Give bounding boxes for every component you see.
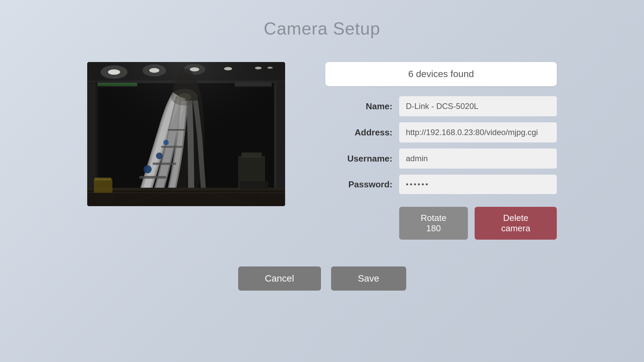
username-input[interactable] (399, 148, 557, 169)
rotate-button[interactable]: Rotate 180 (399, 207, 468, 240)
main-content: 6 devices found Name: Address: Username:… (87, 62, 557, 240)
username-row: Username: (325, 148, 557, 169)
action-buttons: Rotate 180 Delete camera (325, 207, 557, 240)
bottom-buttons: Cancel Save (87, 266, 557, 291)
delete-camera-button[interactable]: Delete camera (475, 207, 557, 240)
password-label: Password: (325, 179, 392, 190)
name-label: Name: (325, 101, 392, 112)
password-input[interactable] (399, 175, 557, 194)
name-input[interactable] (399, 96, 557, 116)
page-title: Camera Setup (264, 18, 380, 39)
cancel-button[interactable]: Cancel (238, 266, 321, 291)
name-row: Name: (325, 96, 557, 116)
svg-rect-42 (87, 62, 285, 206)
password-row: Password: (325, 175, 557, 194)
camera-preview (87, 62, 285, 206)
devices-found-bar: 6 devices found (325, 62, 557, 86)
address-label: Address: (325, 127, 392, 138)
address-input[interactable] (399, 122, 557, 142)
save-button[interactable]: Save (331, 266, 406, 291)
username-label: Username: (325, 154, 392, 164)
address-row: Address: (325, 122, 557, 142)
right-panel: 6 devices found Name: Address: Username:… (325, 62, 557, 240)
